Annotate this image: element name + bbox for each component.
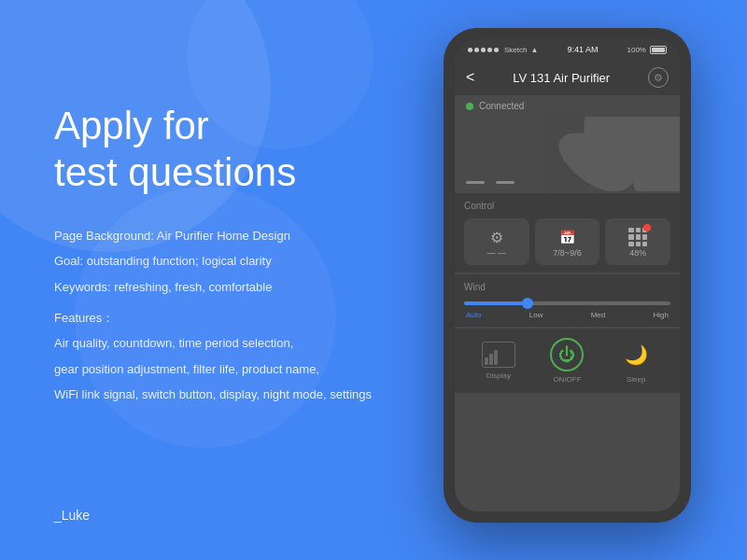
title-line1: Apply for	[54, 103, 428, 149]
phone-body: Sketch ▲ 9:41 AM 100% < LV 131 Air Purif…	[444, 28, 691, 523]
sleep-button[interactable]: 🌙 Sleep	[619, 338, 653, 384]
card2-value: 7/8~9/6	[553, 248, 581, 258]
back-button[interactable]: <	[466, 69, 474, 86]
card-inner: 📅 7/8~9/6	[553, 226, 581, 258]
sleep-icon-container: 🌙	[619, 338, 653, 371]
phone-mockup: Sketch ▲ 9:41 AM 100% < LV 131 Air Purif…	[444, 28, 691, 523]
wind-label: Wind	[464, 282, 670, 292]
display-icon	[482, 342, 515, 368]
control-card-time[interactable]: 📅 7/8~9/6	[535, 218, 600, 265]
bar	[494, 350, 498, 365]
gear-icon: ⚙	[654, 72, 663, 84]
desc-line1: Page Background: Air Purifier Home Desig…	[54, 225, 428, 246]
wind-label-low: Low	[529, 311, 543, 319]
control-card-filter[interactable]: 48%	[605, 218, 670, 265]
wind-section: Wind Auto Low Med High	[455, 274, 680, 327]
wind-labels: Auto Low Med High	[464, 311, 670, 319]
wind-label-auto: Auto	[466, 311, 481, 319]
status-bar: Sketch ▲ 9:41 AM 100%	[455, 39, 680, 60]
phone-screen: Sketch ▲ 9:41 AM 100% < LV 131 Air Purif…	[455, 39, 680, 511]
features-line1: Air quality, countdown, time period sele…	[54, 332, 428, 354]
control-grid: ⚙ — — 📅 7/8~9/6	[464, 218, 670, 265]
wind-label-med: Med	[591, 311, 606, 319]
signal-dot	[468, 48, 472, 52]
features-line2: gear position adjustment, filter life, p…	[54, 358, 428, 380]
display-button[interactable]: Display	[482, 342, 515, 380]
dashes-row	[455, 177, 526, 191]
signal-dot	[481, 48, 486, 52]
description: Page Background: Air Purifier Home Desig…	[54, 225, 428, 406]
signal-dot	[474, 48, 479, 52]
main-title: Apply for test questions	[54, 103, 428, 197]
power-button[interactable]: ⏻ ON/OFF	[550, 338, 584, 384]
battery-icon	[650, 46, 667, 54]
control-section: Control ⚙ — — 📅 7/8~9/6	[455, 193, 680, 273]
card-inner: 48%	[627, 226, 649, 258]
desc-line2: Goal: outstanding function; logical clar…	[54, 250, 428, 272]
wind-label-high: High	[654, 311, 669, 319]
connected-indicator	[466, 103, 473, 110]
card3-value: 48%	[629, 248, 646, 258]
signal-dot	[494, 48, 499, 52]
power-icon: ⏻	[550, 338, 584, 371]
author-label: _Luke	[54, 508, 90, 523]
filter-icon	[627, 226, 649, 248]
app-header: < LV 131 Air Purifier ⚙	[455, 60, 680, 95]
features-label: Features：	[54, 307, 428, 329]
title-line2: test questions	[54, 149, 428, 196]
left-panel: Apply for test questions Page Background…	[54, 103, 428, 410]
bottom-section: Display ⏻ ON/OFF 🌙 Sleep	[455, 329, 680, 393]
status-right: 100%	[627, 46, 667, 54]
fan-decoration	[577, 117, 680, 191]
alert-badge	[643, 224, 651, 231]
control-card-gear[interactable]: ⚙ — —	[464, 218, 529, 265]
bar	[485, 357, 488, 365]
bar	[489, 354, 493, 365]
control-label: Control	[464, 201, 670, 211]
connected-text: Connected	[479, 101, 524, 111]
wind-slider-thumb[interactable]	[522, 298, 533, 309]
sleep-label: Sleep	[627, 375, 645, 384]
settings-button[interactable]: ⚙	[648, 67, 669, 88]
status-left: Sketch ▲	[468, 46, 538, 54]
signal-dot	[487, 48, 492, 52]
dash	[496, 181, 514, 184]
features-line3: WiFi link signal, switch button, display…	[54, 384, 428, 405]
connected-row: Connected	[455, 95, 680, 117]
desc-line3: Keywords: refreshing, fresh, comfortable	[54, 276, 428, 298]
status-time: 9:41 AM	[567, 45, 598, 54]
moon-icon: 🌙	[625, 343, 648, 366]
display-label: Display	[486, 371, 511, 380]
calendar-icon: 📅	[557, 226, 579, 248]
dash	[466, 181, 485, 184]
wind-slider-track[interactable]	[464, 301, 670, 305]
signal-dots	[468, 48, 499, 52]
battery-percent: 100%	[627, 46, 646, 54]
power-label: ON/OFF	[553, 375, 581, 384]
carrier-name: Sketch	[504, 46, 527, 54]
app-title: LV 131 Air Purifier	[513, 71, 610, 85]
gear-control-icon: ⚙	[486, 226, 508, 248]
wifi-icon: ▲	[530, 46, 538, 54]
battery-fill	[652, 48, 665, 52]
fan-area	[455, 117, 680, 191]
wind-slider-fill	[464, 301, 526, 305]
card-inner: ⚙ — —	[486, 226, 508, 258]
card1-value: — —	[487, 248, 507, 258]
